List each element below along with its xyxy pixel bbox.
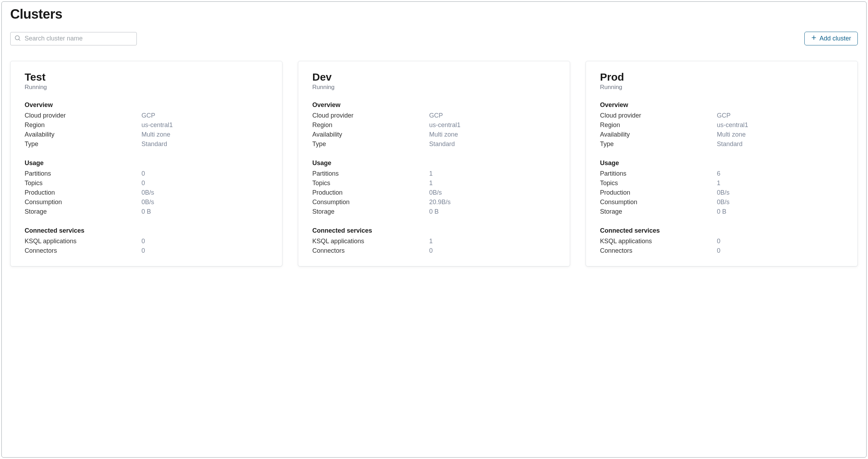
value-availability: Multi zone xyxy=(717,131,843,138)
value-ksql-applications: 0 xyxy=(717,238,843,245)
usage-section: Usage Partitions 0 Topics 0 Production 0… xyxy=(25,159,268,216)
connected-services-section: Connected services KSQL applications 1 C… xyxy=(312,227,556,256)
usage-row-consumption: Consumption 0B/s xyxy=(600,197,843,207)
usage-row-production: Production 0B/s xyxy=(600,188,843,197)
search-icon xyxy=(14,34,21,43)
label-partitions: Partitions xyxy=(312,170,429,177)
usage-row-topics: Topics 0 xyxy=(25,178,268,188)
label-connectors: Connectors xyxy=(312,247,429,254)
add-cluster-button[interactable]: Add cluster xyxy=(804,32,858,45)
label-availability: Availability xyxy=(600,131,717,138)
cs-row-ksql: KSQL applications 1 xyxy=(312,237,556,246)
cluster-status: Running xyxy=(25,84,268,91)
connected-services-heading: Connected services xyxy=(600,227,843,234)
value-cloud-provider: GCP xyxy=(717,112,843,119)
usage-row-consumption: Consumption 0B/s xyxy=(25,197,268,207)
clusters-grid: Test Running Overview Cloud provider GCP… xyxy=(10,61,858,266)
label-topics: Topics xyxy=(25,180,141,187)
usage-row-storage: Storage 0 B xyxy=(600,207,843,216)
cs-row-connectors: Connectors 0 xyxy=(600,246,843,256)
overview-heading: Overview xyxy=(600,101,843,109)
label-storage: Storage xyxy=(312,208,429,215)
value-storage: 0 B xyxy=(429,208,556,215)
value-connectors: 0 xyxy=(141,247,268,254)
label-production: Production xyxy=(25,189,141,196)
label-type: Type xyxy=(25,140,141,148)
page-container: Clusters Add cluster Test Running xyxy=(1,1,867,458)
cluster-name: Dev xyxy=(312,71,556,83)
usage-section: Usage Partitions 6 Topics 1 Production 0… xyxy=(600,159,843,216)
label-topics: Topics xyxy=(312,180,429,187)
plus-icon xyxy=(811,35,817,42)
label-ksql-applications: KSQL applications xyxy=(600,238,717,245)
label-partitions: Partitions xyxy=(25,170,141,177)
label-ksql-applications: KSQL applications xyxy=(312,238,429,245)
connected-services-section: Connected services KSQL applications 0 C… xyxy=(600,227,843,256)
usage-section: Usage Partitions 1 Topics 1 Production 0… xyxy=(312,159,556,216)
cs-row-ksql: KSQL applications 0 xyxy=(600,237,843,246)
overview-row-region: Region us-central1 xyxy=(600,120,843,130)
overview-row-availability: Availability Multi zone xyxy=(312,130,556,139)
cluster-name: Prod xyxy=(600,71,843,83)
label-availability: Availability xyxy=(25,131,141,138)
value-partitions: 0 xyxy=(141,170,268,177)
overview-row-region: Region us-central1 xyxy=(312,120,556,130)
usage-row-partitions: Partitions 6 xyxy=(600,169,843,178)
overview-row-type: Type Standard xyxy=(600,139,843,149)
value-consumption: 0B/s xyxy=(717,199,843,206)
value-partitions: 1 xyxy=(429,170,556,177)
usage-row-partitions: Partitions 0 xyxy=(25,169,268,178)
value-region: us-central1 xyxy=(429,121,556,129)
usage-heading: Usage xyxy=(25,159,268,167)
value-production: 0B/s xyxy=(429,189,556,196)
usage-row-topics: Topics 1 xyxy=(312,178,556,188)
label-region: Region xyxy=(312,121,429,129)
label-production: Production xyxy=(600,189,717,196)
usage-heading: Usage xyxy=(600,159,843,167)
overview-row-type: Type Standard xyxy=(312,139,556,149)
value-consumption: 0B/s xyxy=(141,199,268,206)
value-region: us-central1 xyxy=(717,121,843,129)
label-consumption: Consumption xyxy=(600,199,717,206)
value-production: 0B/s xyxy=(141,189,268,196)
label-type: Type xyxy=(600,140,717,148)
overview-heading: Overview xyxy=(25,101,268,109)
value-type: Standard xyxy=(429,140,556,148)
usage-row-production: Production 0B/s xyxy=(25,188,268,197)
svg-line-1 xyxy=(19,39,20,40)
label-consumption: Consumption xyxy=(312,199,429,206)
usage-row-topics: Topics 1 xyxy=(600,178,843,188)
label-region: Region xyxy=(600,121,717,129)
overview-heading: Overview xyxy=(312,101,556,109)
value-cloud-provider: GCP xyxy=(141,112,268,119)
value-ksql-applications: 1 xyxy=(429,238,556,245)
page-title: Clusters xyxy=(10,7,858,22)
cluster-status: Running xyxy=(312,84,556,91)
search-field-wrapper[interactable] xyxy=(10,32,137,45)
usage-heading: Usage xyxy=(312,159,556,167)
label-region: Region xyxy=(25,121,141,129)
connected-services-heading: Connected services xyxy=(25,227,268,234)
value-cloud-provider: GCP xyxy=(429,112,556,119)
label-consumption: Consumption xyxy=(25,199,141,206)
label-connectors: Connectors xyxy=(600,247,717,254)
value-storage: 0 B xyxy=(717,208,843,215)
value-consumption: 20.9B/s xyxy=(429,199,556,206)
value-ksql-applications: 0 xyxy=(141,238,268,245)
value-production: 0B/s xyxy=(717,189,843,196)
search-input[interactable] xyxy=(24,34,133,43)
cluster-card-prod[interactable]: Prod Running Overview Cloud provider GCP… xyxy=(586,61,858,266)
value-storage: 0 B xyxy=(141,208,268,215)
usage-row-storage: Storage 0 B xyxy=(25,207,268,216)
value-topics: 0 xyxy=(141,180,268,187)
label-type: Type xyxy=(312,140,429,148)
connected-services-heading: Connected services xyxy=(312,227,556,234)
usage-row-consumption: Consumption 20.9B/s xyxy=(312,197,556,207)
svg-point-0 xyxy=(15,36,19,40)
value-availability: Multi zone xyxy=(429,131,556,138)
cluster-card-dev[interactable]: Dev Running Overview Cloud provider GCP … xyxy=(298,61,570,266)
value-connectors: 0 xyxy=(717,247,843,254)
usage-row-partitions: Partitions 1 xyxy=(312,169,556,178)
cluster-card-test[interactable]: Test Running Overview Cloud provider GCP… xyxy=(10,61,282,266)
label-ksql-applications: KSQL applications xyxy=(25,238,141,245)
